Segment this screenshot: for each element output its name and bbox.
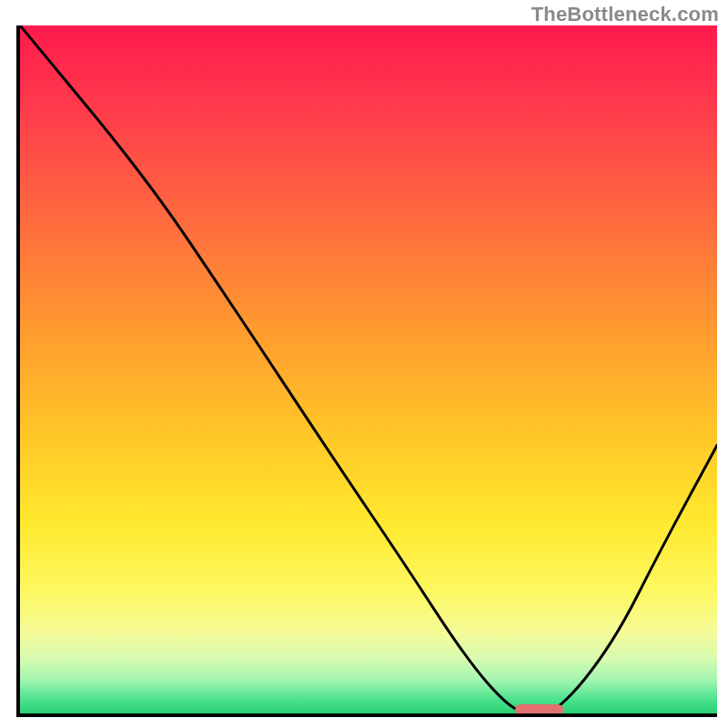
plot-axes-frame xyxy=(16,25,717,717)
bottleneck-curve-line xyxy=(20,25,717,713)
watermark-text: TheBottleneck.com xyxy=(531,3,719,26)
bottleneck-curve-svg xyxy=(20,25,717,713)
chart-container: TheBottleneck.com xyxy=(0,0,728,728)
optimal-range-marker xyxy=(515,704,564,715)
